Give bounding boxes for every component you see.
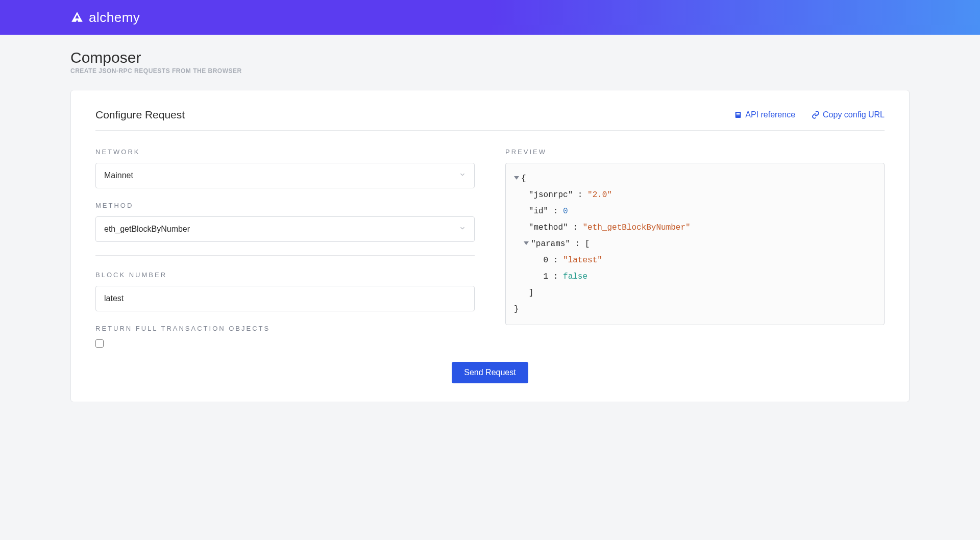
chevron-down-icon — [459, 171, 466, 180]
json-value: 0 — [563, 207, 568, 216]
content-row: NETWORK Mainnet METHOD eth_getBlockByNum… — [95, 148, 885, 350]
json-value: "2.0" — [587, 190, 612, 200]
api-reference-link[interactable]: API reference — [734, 110, 795, 119]
network-value: Mainnet — [104, 171, 133, 180]
preview-label: PREVIEW — [505, 148, 885, 156]
svg-rect-1 — [737, 113, 740, 114]
card-links: API reference Copy config URL — [734, 110, 885, 119]
copy-config-label: Copy config URL — [823, 110, 885, 119]
method-select[interactable]: eth_getBlockByNumber — [95, 216, 475, 242]
json-key: "method" — [529, 223, 568, 232]
svg-rect-2 — [737, 114, 740, 115]
chevron-down-icon — [459, 225, 466, 234]
block-number-input[interactable] — [95, 286, 475, 311]
json-key: "jsonrpc" — [529, 190, 573, 200]
json-value: false — [563, 272, 587, 281]
book-icon — [734, 111, 742, 119]
form-column: NETWORK Mainnet METHOD eth_getBlockByNum… — [95, 148, 475, 350]
json-value: "eth_getBlockByNumber" — [582, 223, 690, 232]
send-request-button[interactable]: Send Request — [452, 362, 528, 383]
json-value: "latest" — [563, 256, 602, 265]
network-select[interactable]: Mainnet — [95, 163, 475, 188]
network-label: NETWORK — [95, 148, 475, 156]
page-title: Composer — [70, 49, 910, 66]
json-preview: { "jsonrpc" : "2.0" "id" : 0 "method" : … — [505, 163, 885, 325]
json-key: "id" — [529, 207, 548, 216]
app-header: alchemy — [0, 0, 980, 35]
composer-card: Configure Request API reference Copy con… — [70, 90, 910, 402]
json-index: 1 — [544, 272, 549, 281]
method-value: eth_getBlockByNumber — [104, 225, 190, 234]
json-key: "params" — [531, 239, 570, 249]
block-number-label: BLOCK NUMBER — [95, 271, 475, 279]
return-full-checkbox[interactable] — [95, 339, 104, 348]
page-subtitle: CREATE JSON-RPC REQUESTS FROM THE BROWSE… — [70, 67, 910, 75]
preview-column: PREVIEW { "jsonrpc" : "2.0" "id" : 0 "me… — [505, 148, 885, 350]
card-header: Configure Request API reference Copy con… — [95, 109, 885, 131]
brand-logo: alchemy — [70, 10, 140, 26]
method-label: METHOD — [95, 202, 475, 209]
alchemy-logo-icon — [70, 11, 84, 24]
collapse-toggle-icon[interactable] — [514, 176, 519, 180]
brand-name: alchemy — [89, 10, 140, 26]
form-divider — [95, 255, 475, 256]
action-row: Send Request — [95, 362, 885, 383]
link-icon — [812, 111, 820, 119]
collapse-toggle-icon[interactable] — [524, 241, 529, 245]
api-reference-label: API reference — [745, 110, 795, 119]
card-title: Configure Request — [95, 109, 185, 121]
return-full-label: RETURN FULL TRANSACTION OBJECTS — [95, 325, 475, 332]
json-index: 0 — [544, 256, 549, 265]
copy-config-link[interactable]: Copy config URL — [812, 110, 885, 119]
